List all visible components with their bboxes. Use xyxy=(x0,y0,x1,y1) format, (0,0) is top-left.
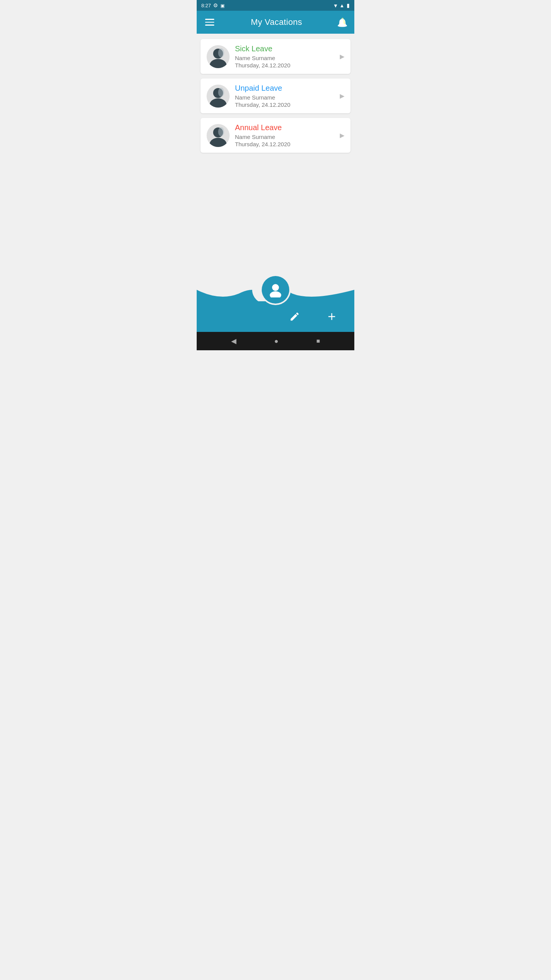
status-bar: 8:27 xyxy=(197,0,354,11)
annual-leave-chevron-icon xyxy=(340,131,344,139)
back-button[interactable] xyxy=(231,337,236,345)
annual-leave-type-label: Annual Leave xyxy=(235,123,334,132)
annual-leave-date: Thursday, 24.12.2020 xyxy=(235,141,334,147)
unpaid-leave-type-label: Unpaid Leave xyxy=(235,84,334,93)
add-icon xyxy=(326,311,337,322)
unpaid-leave-date: Thursday, 24.12.2020 xyxy=(235,101,334,108)
status-bar-right xyxy=(334,2,350,9)
edit-icon xyxy=(289,311,300,322)
sick-leave-info: Sick Leave Name Surname Thursday, 24.12.… xyxy=(235,44,334,69)
unpaid-leave-card[interactable]: Unpaid Leave Name Surname Thursday, 24.1… xyxy=(201,78,350,113)
annual-leave-card[interactable]: Annual Leave Name Surname Thursday, 24.1… xyxy=(201,118,350,153)
annual-leave-person-name: Name Surname xyxy=(235,134,334,140)
avatar xyxy=(207,124,230,147)
person-icon xyxy=(268,282,283,297)
battery-icon xyxy=(347,2,350,8)
svg-point-10 xyxy=(270,291,281,297)
time-display: 8:27 xyxy=(201,3,211,8)
annual-leave-info: Annual Leave Name Surname Thursday, 24.1… xyxy=(235,123,334,147)
svg-point-8 xyxy=(218,127,224,136)
unpaid-leave-person-name: Name Surname xyxy=(235,94,334,101)
wifi-icon xyxy=(334,2,337,9)
sick-leave-card[interactable]: Sick Leave Name Surname Thursday, 24.12.… xyxy=(201,39,350,74)
notification-bell-button[interactable] xyxy=(337,17,347,28)
fab-container xyxy=(262,276,289,304)
sick-leave-date: Thursday, 24.12.2020 xyxy=(235,62,334,69)
android-nav-bar xyxy=(197,332,354,350)
svg-point-2 xyxy=(218,48,224,57)
app-bar: My Vacations xyxy=(197,11,354,34)
svg-point-1 xyxy=(210,59,227,68)
leave-list: Sick Leave Name Surname Thursday, 24.12.… xyxy=(197,34,354,282)
avatar xyxy=(207,45,230,68)
add-button[interactable] xyxy=(322,307,341,326)
svg-point-7 xyxy=(210,138,227,147)
svg-point-5 xyxy=(218,88,224,97)
edit-button[interactable] xyxy=(285,307,304,326)
unpaid-leave-chevron-icon xyxy=(340,92,344,100)
profile-fab-button[interactable] xyxy=(262,276,289,304)
bottom-nav xyxy=(197,301,354,332)
home-button[interactable] xyxy=(274,337,279,345)
svg-point-4 xyxy=(210,98,227,108)
unpaid-leave-info: Unpaid Leave Name Surname Thursday, 24.1… xyxy=(235,84,334,108)
signal-icon xyxy=(339,3,344,8)
bottom-nav-wrapper xyxy=(197,282,354,332)
status-bar-left: 8:27 xyxy=(201,2,225,8)
gear-icon xyxy=(213,2,218,8)
page-title: My Vacations xyxy=(251,17,302,27)
hamburger-menu-button[interactable] xyxy=(204,17,216,27)
avatar xyxy=(207,85,230,108)
sick-leave-person-name: Name Surname xyxy=(235,55,334,61)
recents-button[interactable] xyxy=(316,338,320,345)
sick-leave-type-label: Sick Leave xyxy=(235,44,334,53)
svg-point-9 xyxy=(272,284,279,291)
sim-icon xyxy=(220,3,225,8)
sick-leave-chevron-icon xyxy=(340,52,344,60)
